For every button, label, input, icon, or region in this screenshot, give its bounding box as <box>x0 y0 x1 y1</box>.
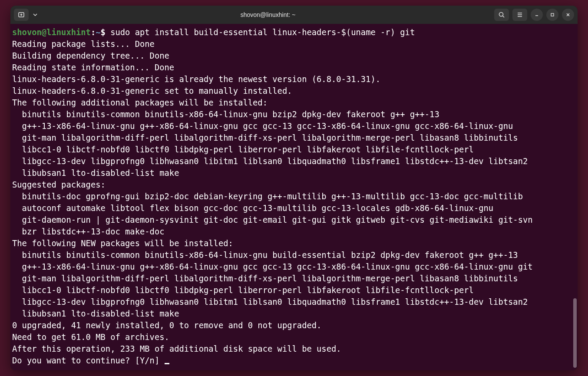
chevron-down-icon <box>33 12 38 17</box>
terminal-window: shovon@linuxhint: ~ <box>10 6 578 370</box>
minimize-icon <box>534 12 539 17</box>
svg-rect-9 <box>551 13 554 16</box>
terminal-output: Reading package lists... Done Building d… <box>12 40 533 365</box>
window-title: shovon@linuxhint: ~ <box>42 11 494 18</box>
minimize-button[interactable] <box>531 9 543 21</box>
prompt-dollar: $ <box>101 28 106 37</box>
maximize-icon <box>550 12 555 17</box>
command-text: sudo apt install build-essential linux-h… <box>106 28 415 37</box>
menu-button[interactable] <box>512 9 527 21</box>
prompt-path: ~ <box>96 28 100 37</box>
prompt-user-host: shovon@linuxhint <box>12 28 91 37</box>
maximize-button[interactable] <box>546 9 558 21</box>
close-button[interactable] <box>562 9 574 21</box>
cursor <box>165 363 169 364</box>
prompt-sep-colon: : <box>91 28 96 37</box>
new-tab-icon <box>18 11 25 18</box>
search-icon <box>498 11 505 18</box>
hamburger-icon <box>516 11 523 18</box>
tab-menu-button[interactable] <box>30 9 40 21</box>
scrollbar-thumb[interactable] <box>573 298 577 368</box>
scrollbar[interactable] <box>572 24 577 369</box>
svg-point-3 <box>499 13 503 16</box>
close-icon <box>565 12 571 17</box>
new-tab-button[interactable] <box>14 9 29 21</box>
terminal-viewport[interactable]: shovon@linuxhint:~$ sudo apt install bui… <box>10 24 578 370</box>
search-button[interactable] <box>494 9 509 21</box>
titlebar: shovon@linuxhint: ~ <box>10 6 578 24</box>
svg-line-4 <box>503 16 505 18</box>
